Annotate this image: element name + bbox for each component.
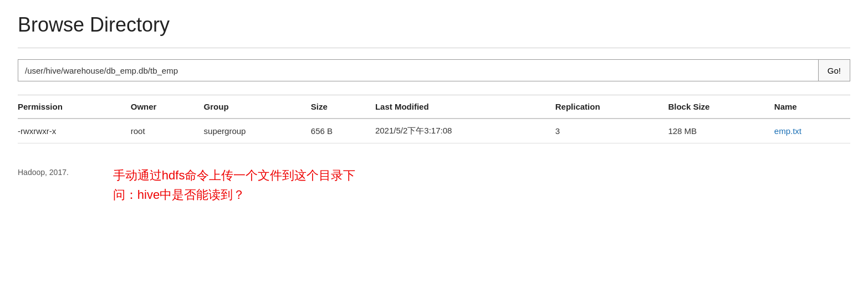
cell-name: emp.txt [774, 119, 850, 143]
file-link[interactable]: emp.txt [774, 126, 801, 136]
footer-copyright: Hadoop, 2017. [18, 166, 69, 177]
col-replication: Replication [555, 95, 668, 119]
col-name: Name [774, 95, 850, 119]
table-header-row: Permission Owner Group Size Last Modifie… [18, 95, 850, 119]
cell-permission: -rwxrwxr-x [18, 119, 131, 143]
cell-size: 656 B [311, 119, 375, 143]
annotation-line2: 问：hive中是否能读到？ [113, 185, 356, 204]
col-permission: Permission [18, 95, 131, 119]
annotation-line1: 手动通过hdfs命令上传一个文件到这个目录下 [113, 166, 356, 185]
page-container: Browse Directory Go! Permission Owner Gr… [0, 0, 868, 218]
go-button[interactable]: Go! [818, 59, 850, 81]
col-block-size: Block Size [668, 95, 774, 119]
cell-block-size: 128 MB [668, 119, 774, 143]
page-title: Browse Directory [18, 13, 850, 37]
footer-area: Hadoop, 2017. 手动通过hdfs命令上传一个文件到这个目录下 问：h… [18, 161, 850, 204]
col-group: Group [204, 95, 311, 119]
cell-last-modified: 2021/5/2下午3:17:08 [375, 119, 555, 143]
path-input[interactable] [18, 59, 818, 81]
table-row: -rwxrwxr-xrootsupergroup656 B2021/5/2下午3… [18, 119, 850, 143]
cell-owner: root [131, 119, 204, 143]
col-owner: Owner [131, 95, 204, 119]
cell-group: supergroup [204, 119, 311, 143]
annotation-text: 手动通过hdfs命令上传一个文件到这个目录下 问：hive中是否能读到？ [113, 166, 356, 204]
divider [18, 48, 850, 48]
path-bar: Go! [18, 59, 850, 81]
col-size: Size [311, 95, 375, 119]
col-last-modified: Last Modified [375, 95, 555, 119]
directory-table: Permission Owner Group Size Last Modifie… [18, 95, 850, 143]
cell-replication: 3 [555, 119, 668, 143]
